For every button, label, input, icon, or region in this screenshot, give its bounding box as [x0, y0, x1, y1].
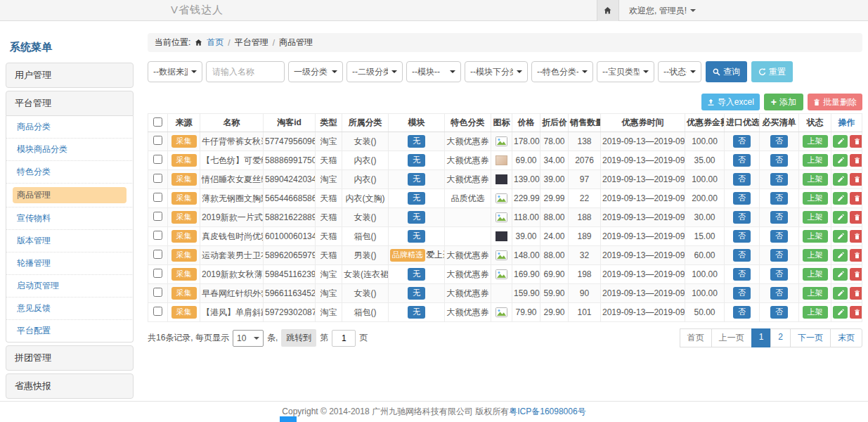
breadcrumb-home-link[interactable]: 首页 — [207, 37, 224, 49]
edit-button[interactable] — [833, 249, 848, 262]
add-button[interactable]: + 添加 — [764, 94, 803, 110]
status-badge[interactable]: 上架 — [803, 249, 828, 261]
delete-button[interactable] — [850, 154, 862, 167]
import-select-badge[interactable]: 否 — [733, 135, 751, 147]
status-badge[interactable]: 上架 — [803, 268, 828, 280]
must-buy-badge[interactable]: 否 — [770, 192, 788, 204]
edit-button[interactable] — [833, 230, 848, 243]
must-buy-badge[interactable]: 否 — [770, 135, 788, 147]
delete-button[interactable] — [850, 192, 862, 205]
sidebar-item-groupbuy-management[interactable]: 拼团管理 — [6, 345, 134, 371]
sidebar-item-platform-management[interactable]: 平台管理 — [6, 91, 134, 116]
status-badge[interactable]: 上架 — [803, 306, 828, 318]
sidebar-item-version-management[interactable]: 版本管理 — [6, 230, 134, 252]
filter-item-type[interactable]: --宝贝类型-- — [597, 61, 654, 82]
filter-status[interactable]: --状态-- — [658, 61, 701, 82]
sidebar-item-promo-materials[interactable]: 宣传物料 — [6, 207, 134, 230]
edit-button[interactable] — [833, 135, 848, 148]
import-select-badge[interactable]: 否 — [733, 154, 751, 166]
filter-feature-category[interactable]: --特色分类-- — [531, 61, 593, 82]
status-badge[interactable]: 上架 — [803, 192, 828, 204]
row-checkbox[interactable] — [153, 193, 162, 202]
filter-module-sub-category[interactable]: --模块下分类-- — [465, 61, 528, 82]
sidebar-item-platform-config[interactable]: 平台配置 — [6, 320, 134, 343]
sidebar-item-user-management[interactable]: 用户管理 — [6, 63, 134, 88]
edit-button[interactable] — [833, 173, 848, 186]
delete-button[interactable] — [850, 306, 862, 319]
row-checkbox[interactable] — [153, 136, 162, 145]
status-badge[interactable]: 上架 — [803, 154, 828, 166]
batch-delete-button[interactable]: 批量删除 — [808, 94, 862, 110]
must-buy-badge[interactable]: 否 — [770, 306, 788, 318]
sidebar-item-goods-management[interactable]: 商品管理 — [6, 184, 134, 207]
filter-category-level1[interactable]: 一级分类 — [288, 61, 343, 82]
row-checkbox[interactable] — [153, 231, 162, 240]
must-buy-badge[interactable]: 否 — [770, 173, 788, 185]
edit-button[interactable] — [833, 287, 848, 300]
status-badge[interactable]: 上架 — [803, 135, 828, 147]
import-select-badge[interactable]: 否 — [733, 230, 751, 242]
delete-button[interactable] — [850, 268, 862, 281]
must-buy-badge[interactable]: 否 — [770, 211, 788, 223]
jump-button[interactable]: 跳转到 — [281, 329, 316, 347]
import-select-badge[interactable]: 否 — [733, 211, 751, 223]
edit-button[interactable] — [833, 211, 848, 224]
row-checkbox[interactable] — [153, 250, 162, 259]
page-1[interactable]: 1 — [751, 328, 772, 347]
row-checkbox[interactable] — [153, 269, 162, 278]
page-2[interactable]: 2 — [770, 328, 791, 347]
status-badge[interactable]: 上架 — [803, 287, 828, 299]
filter-data-source[interactable]: --数据来源-- — [148, 61, 202, 82]
delete-button[interactable] — [850, 287, 862, 300]
per-page-select[interactable]: 10 — [233, 330, 264, 347]
must-buy-badge[interactable]: 否 — [770, 249, 788, 261]
edit-button[interactable] — [833, 268, 848, 281]
page-prev[interactable]: 上一页 — [711, 328, 752, 347]
status-badge[interactable]: 上架 — [803, 230, 828, 242]
must-buy-badge[interactable]: 否 — [770, 230, 788, 242]
filter-module[interactable]: --模块-- — [406, 61, 461, 82]
sidebar-item-splash-management[interactable]: 启动页管理 — [6, 275, 134, 298]
row-checkbox[interactable] — [153, 174, 162, 183]
import-select-badge[interactable]: 否 — [733, 268, 751, 280]
filter-category-level2[interactable]: --二级分类-- — [346, 61, 403, 82]
select-all-checkbox[interactable] — [153, 117, 162, 127]
sidebar-item-goods-category[interactable]: 商品分类 — [6, 116, 134, 139]
row-checkbox[interactable] — [153, 288, 162, 297]
status-badge[interactable]: 上架 — [803, 173, 828, 185]
row-checkbox[interactable] — [153, 212, 162, 221]
row-checkbox[interactable] — [153, 155, 162, 164]
reset-button[interactable]: 重置 — [751, 61, 793, 82]
must-buy-badge[interactable]: 否 — [770, 154, 788, 166]
delete-button[interactable] — [850, 173, 862, 186]
home-button[interactable] — [597, 0, 619, 21]
icp-link[interactable]: 粤ICP备16098006号 — [509, 406, 585, 418]
import-excel-button[interactable]: 导入excel — [701, 94, 760, 110]
page-next[interactable]: 下一页 — [790, 328, 831, 347]
sidebar-item-feedback[interactable]: 意见反馈 — [6, 298, 134, 320]
edit-button[interactable] — [833, 306, 848, 319]
sidebar-item-saving-express[interactable]: 省惠快报 — [6, 373, 134, 399]
query-button[interactable]: 查询 — [706, 61, 747, 82]
row-checkbox[interactable] — [153, 307, 162, 316]
page-number-input[interactable] — [332, 330, 356, 347]
edit-button[interactable] — [833, 192, 848, 205]
delete-button[interactable] — [850, 230, 862, 243]
must-buy-badge[interactable]: 否 — [770, 287, 788, 299]
filter-name-input[interactable] — [206, 61, 285, 82]
status-badge[interactable]: 上架 — [803, 211, 828, 223]
user-menu[interactable]: 欢迎您, 管理员! — [629, 5, 696, 17]
edit-button[interactable] — [833, 154, 848, 167]
delete-button[interactable] — [850, 135, 862, 148]
import-select-badge[interactable]: 否 — [733, 173, 751, 185]
sidebar-item-module-goods-category[interactable]: 模块商品分类 — [6, 139, 134, 161]
page-first[interactable]: 首页 — [680, 328, 712, 347]
delete-button[interactable] — [850, 249, 862, 262]
import-select-badge[interactable]: 否 — [733, 306, 751, 318]
sidebar-item-feature-category[interactable]: 特色分类 — [6, 161, 134, 184]
delete-button[interactable] — [850, 211, 862, 224]
import-select-badge[interactable]: 否 — [733, 192, 751, 204]
must-buy-badge[interactable]: 否 — [770, 268, 788, 280]
page-last[interactable]: 末页 — [830, 328, 862, 347]
import-select-badge[interactable]: 否 — [733, 287, 751, 299]
